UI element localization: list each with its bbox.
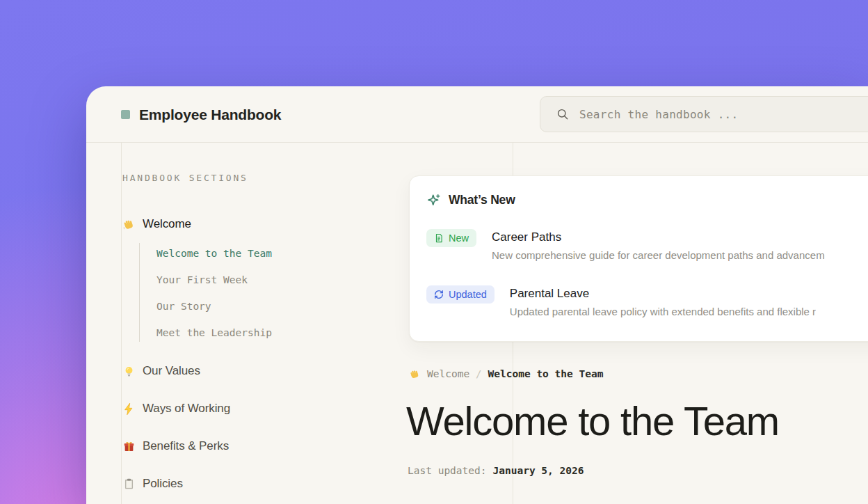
breadcrumb: Welcome / Welcome to the Team: [409, 366, 603, 381]
entry-text: Career Paths New comprehensive guide for…: [492, 229, 825, 262]
page-title: Welcome to the Team: [406, 400, 779, 443]
last-updated-label: Last updated:: [408, 465, 487, 476]
badge-label: Updated: [449, 289, 487, 300]
whats-new-entry-parental-leave[interactable]: Updated Parental Leave Updated parental …: [426, 285, 868, 319]
entry-text: Parental Leave Updated parental leave po…: [510, 285, 816, 319]
badge-label: New: [449, 233, 469, 244]
entry-title: Career Paths: [492, 229, 825, 246]
sidebar-subitem-welcome-to-the-team[interactable]: Welcome to the Team: [156, 246, 272, 260]
updated-badge: Updated: [426, 285, 495, 304]
sidebar-item-label: Our Values: [143, 364, 200, 378]
entry-title: Parental Leave: [510, 285, 816, 302]
search-box[interactable]: [540, 96, 868, 132]
whats-new-card: What’s New New Career Paths New comprehe…: [409, 175, 868, 342]
screen: Employee Handbook HANDBOOK SECTIONS: [0, 0, 868, 504]
sparkles-icon: [426, 193, 441, 207]
sidebar-subitem-your-first-week[interactable]: Your First Week: [156, 273, 248, 287]
refresh-icon: [434, 290, 444, 299]
breadcrumb-current-page[interactable]: Welcome to the Team: [488, 368, 604, 379]
grid-line-left: [121, 143, 122, 504]
breadcrumb-separator: /: [476, 368, 481, 379]
whats-new-entry-career-paths[interactable]: New Career Paths New comprehensive guide…: [426, 229, 868, 262]
sidebar-item-label: Ways of Working: [143, 402, 230, 416]
brand-logo: [121, 110, 130, 119]
app-header: Employee Handbook: [86, 86, 868, 143]
sidebar-section-label: HANDBOOK SECTIONS: [122, 173, 248, 183]
sidebar-item-welcome[interactable]: Welcome: [122, 215, 191, 233]
app-window: Employee Handbook HANDBOOK SECTIONS: [86, 86, 868, 504]
sidebar-subitem-our-story[interactable]: Our Story: [156, 299, 211, 313]
document-icon: [434, 233, 444, 243]
waving-hand-icon: [122, 218, 136, 231]
entry-description: Updated parental leave policy with exten…: [510, 304, 816, 319]
app-title: Employee Handbook: [139, 107, 281, 123]
sidebar-subitem-meet-the-leadership[interactable]: Meet the Leadership: [156, 326, 272, 340]
sidebar-item-policies[interactable]: Policies: [122, 475, 183, 493]
entry-description: New comprehensive guide for career devel…: [492, 248, 825, 262]
sidebar-item-benefits-perks[interactable]: Benefits & Perks: [122, 437, 229, 455]
sidebar-subsection-welcome: Welcome to the Team Your First Week Our …: [139, 243, 376, 342]
lightning-bolt-icon: [122, 402, 136, 416]
whats-new-title: What’s New: [449, 193, 515, 207]
search-input[interactable]: [579, 108, 868, 121]
last-updated: Last updated: January 5, 2026: [408, 464, 584, 478]
last-updated-value: January 5, 2026: [493, 465, 584, 476]
gift-icon: [122, 440, 136, 453]
light-bulb-icon: [122, 365, 136, 378]
breadcrumb-section-link[interactable]: Welcome: [427, 368, 469, 379]
brand[interactable]: Employee Handbook: [121, 86, 281, 143]
clipboard-icon: [122, 478, 136, 491]
sidebar-item-our-values[interactable]: Our Values: [122, 362, 200, 380]
sidebar-item-ways-of-working[interactable]: Ways of Working: [122, 400, 230, 418]
waving-hand-icon: [409, 368, 421, 380]
sidebar-item-label: Benefits & Perks: [143, 439, 229, 453]
sidebar-item-label: Policies: [143, 477, 183, 491]
whats-new-header: What’s New: [426, 193, 515, 207]
search-icon: [556, 107, 570, 121]
sidebar-item-label: Welcome: [143, 217, 191, 231]
new-badge: New: [426, 229, 476, 247]
